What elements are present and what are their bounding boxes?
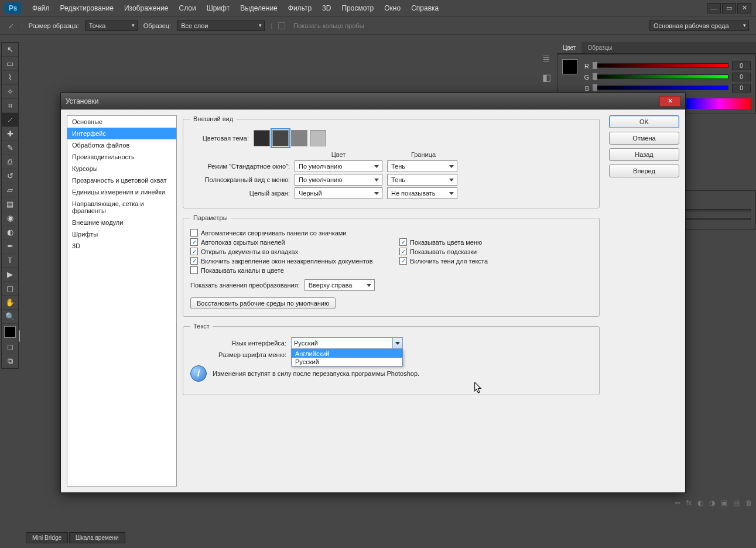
swatches-tab[interactable]: Образцы (581, 42, 618, 53)
pen-tool[interactable]: ✒ (2, 239, 18, 254)
sample-size-dropdown[interactable]: Точка (85, 20, 138, 31)
dialog-close-button[interactable]: ✕ (659, 96, 680, 107)
cancel-button[interactable]: Отмена (609, 132, 679, 145)
lasso-tool[interactable]: ⌇ (2, 71, 18, 85)
history-brush-tool[interactable]: ↺ (2, 169, 18, 183)
menu-image[interactable]: Изображение (119, 2, 174, 15)
cat-cursors[interactable]: Курсоры (67, 163, 176, 174)
cat-plugins[interactable]: Внешние модули (67, 217, 176, 228)
folder-icon[interactable]: ▣ (721, 499, 727, 507)
standard-screen-color-dd[interactable]: По умолчанию (295, 160, 382, 172)
transform-values-dd[interactable]: Вверху справа (305, 279, 375, 291)
menu-view[interactable]: Просмотр (336, 2, 379, 15)
restore-workspaces-button[interactable]: Восстановить рабочие среды по умолчанию (190, 297, 336, 309)
cat-performance[interactable]: Производительность (67, 151, 176, 163)
path-select-tool[interactable]: ▶ (2, 268, 18, 282)
b-slider[interactable] (593, 85, 728, 91)
crop-tool[interactable]: ⌗ (2, 99, 18, 113)
cat-file-handling[interactable]: Обработка файлов (67, 139, 176, 151)
eyedropper-tool[interactable]: ⟋ (2, 113, 18, 127)
dialog-titlebar[interactable]: Установки ✕ (61, 93, 685, 109)
hand-tool[interactable]: ✋ (2, 296, 18, 310)
lang-option-english[interactable]: Английский (292, 350, 402, 358)
history-panel-icon[interactable]: ≣ (542, 53, 551, 64)
dodge-tool[interactable]: ◐ (2, 225, 18, 239)
theme-swatch-4[interactable] (310, 130, 326, 146)
menu-layers[interactable]: Слои (174, 2, 201, 15)
show-ring-checkbox[interactable] (278, 22, 285, 29)
menu-filter[interactable]: Фильтр (283, 2, 317, 15)
fx-icon[interactable]: fx (686, 499, 692, 507)
chk-channels-color[interactable] (190, 266, 198, 274)
r-value[interactable]: 0 (732, 61, 751, 70)
blur-tool[interactable]: ◉ (2, 211, 18, 225)
r-slider[interactable] (593, 63, 728, 69)
mask-icon[interactable]: ◐ (697, 499, 703, 507)
chk-text-shadow[interactable] (399, 257, 407, 265)
chevron-down-icon[interactable] (393, 337, 403, 349)
screenmode-toggle[interactable]: ⧉ (2, 354, 18, 368)
menu-type[interactable]: Шрифт (201, 2, 235, 15)
ui-language-dropdown[interactable]: Русский Английский Русский (291, 337, 403, 349)
minimize-button[interactable]: — (707, 3, 721, 13)
mini-bridge-tab[interactable]: Mini Bridge (26, 532, 68, 543)
chk-auto-show-hidden[interactable] (190, 238, 198, 246)
menu-edit[interactable]: Редактирование (55, 2, 119, 15)
fullscreen-border-dd[interactable]: Не показывать (387, 187, 457, 199)
ok-button[interactable]: OK (609, 115, 679, 128)
trash-icon[interactable]: 🗑 (745, 499, 752, 507)
chk-auto-collapse[interactable] (190, 229, 198, 237)
cat-guides[interactable]: Направляющие, сетка и фрагменты (67, 198, 176, 217)
properties-panel-icon[interactable]: ◧ (542, 72, 551, 83)
cat-interface[interactable]: Интерфейс (67, 128, 176, 139)
quickmask-toggle[interactable]: ◻ (2, 340, 18, 354)
adjustment-icon[interactable]: ◑ (709, 499, 715, 507)
maximize-button[interactable]: ▭ (722, 3, 736, 13)
chk-enable-dock[interactable] (190, 257, 198, 265)
cat-general[interactable]: Основные (67, 116, 176, 128)
chk-menu-colors[interactable] (399, 238, 407, 246)
gradient-tool[interactable]: ▤ (2, 197, 18, 211)
marquee-tool[interactable]: ▭ (2, 57, 18, 71)
next-button[interactable]: Вперед (609, 165, 679, 177)
type-tool[interactable]: T (2, 254, 18, 268)
theme-swatch-3[interactable] (291, 130, 307, 146)
fullscreen-color-dd[interactable]: Черный (295, 187, 382, 199)
color-fg-swatch[interactable] (562, 59, 577, 74)
g-slider[interactable] (593, 74, 728, 80)
foreground-background-colors[interactable] (4, 326, 16, 338)
prev-button[interactable]: Назад (609, 148, 679, 161)
fullscreen-menu-color-dd[interactable]: По умолчанию (295, 174, 382, 186)
timeline-tab[interactable]: Шкала времени (69, 532, 125, 543)
theme-swatch-2[interactable] (272, 130, 289, 146)
zoom-tool[interactable]: 🔍 (2, 310, 18, 324)
chk-tooltips[interactable] (399, 248, 407, 255)
healing-tool[interactable]: ✚ (2, 127, 18, 141)
lang-option-russian[interactable]: Русский (292, 358, 402, 366)
menu-select[interactable]: Выделение (235, 2, 283, 15)
shape-tool[interactable]: ▢ (2, 282, 18, 296)
move-tool[interactable]: ↖ (2, 43, 18, 57)
color-tab[interactable]: Цвет (557, 42, 581, 53)
menu-file[interactable]: Файл (27, 2, 55, 15)
cat-type[interactable]: Шрифты (67, 228, 176, 240)
standard-screen-border-dd[interactable]: Тень (387, 160, 457, 172)
window-close-button[interactable]: ✕ (737, 3, 751, 13)
menu-help[interactable]: Справка (406, 2, 444, 15)
magic-wand-tool[interactable]: ✧ (2, 85, 18, 99)
g-value[interactable]: 0 (732, 73, 751, 81)
menu-window[interactable]: Окно (379, 2, 406, 15)
sample-layers-dropdown[interactable]: Все слои (177, 20, 265, 31)
fullscreen-menu-border-dd[interactable]: Тень (387, 174, 457, 186)
menu-3d[interactable]: 3D (317, 2, 336, 15)
cat-units[interactable]: Единицы измерения и линейки (67, 186, 176, 198)
cat-3d[interactable]: 3D (67, 240, 176, 252)
chk-open-in-tabs[interactable] (190, 248, 198, 255)
link-icon[interactable]: ⇔ (675, 499, 680, 507)
eraser-tool[interactable]: ▱ (2, 183, 18, 197)
cat-transparency[interactable]: Прозрачность и цветовой охват (67, 174, 176, 186)
brush-tool[interactable]: ✎ (2, 141, 18, 155)
workspace-switcher[interactable]: Основная рабочая среда (649, 20, 749, 31)
new-layer-icon[interactable]: ▤ (733, 499, 740, 507)
b-value[interactable]: 0 (732, 84, 751, 93)
